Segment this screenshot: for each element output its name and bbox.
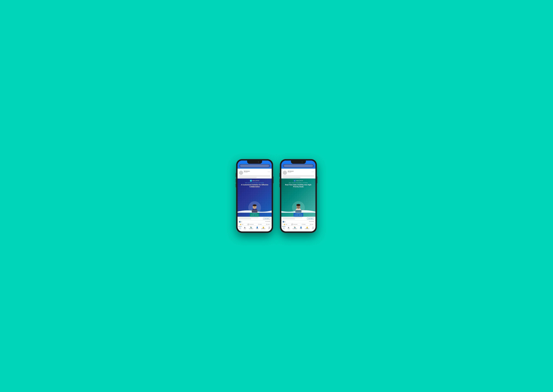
avatar-1 (239, 171, 243, 175)
notifications-label-2: Notifications (305, 228, 309, 229)
profile-icon-1: 👤 (256, 226, 258, 228)
svg-point-3 (254, 207, 254, 207)
svg-point-10 (297, 207, 300, 209)
text-line-2a (283, 175, 314, 176)
like-label-1: Like (242, 224, 244, 225)
promoted-text-2: Promoted (288, 172, 311, 173)
promoted-text-1: Promoted (244, 172, 267, 173)
marketplace-label-1: Marketplace (249, 228, 253, 229)
screen-1: 900 followers Promoted ··· (237, 161, 272, 231)
post-header-1: 900 followers Promoted ··· (237, 169, 272, 175)
like-label-2: Like (286, 224, 287, 225)
home-icon-1: ⌂ (239, 226, 240, 228)
search-bar-2[interactable] (283, 164, 314, 168)
nav-watch-1[interactable]: ▶ Watch (244, 226, 246, 229)
svg-point-2 (253, 204, 257, 206)
bottom-nav-2: ⌂ Home ▶ Watch 🏪 Marketplace 👤 Profile (281, 226, 316, 231)
ad-bg-1: dp DEALPATH REAL ESTATE INVESTMENT SOFTW… (237, 179, 272, 217)
text-line-1a (239, 175, 270, 176)
reaction-number-1: 25 (241, 221, 242, 222)
learn-more-row-1: Learn More (237, 217, 272, 221)
like-action-1[interactable]: 👍 Like (240, 224, 244, 225)
like-action-2[interactable]: 👍 Like (284, 224, 287, 225)
svg-point-9 (296, 204, 301, 206)
comment-action-1[interactable]: 💬 Comment (248, 224, 254, 225)
send-action-1[interactable]: ✈ Send (266, 224, 270, 225)
action-bar-2: 👍 Like 💬 Comment ↗ Share (281, 223, 316, 226)
phone-2: 900 followers Promoted ··· (280, 159, 317, 233)
svg-point-12 (299, 206, 299, 207)
svg-point-4 (255, 207, 255, 207)
share-action-1[interactable]: ↗ Share (258, 224, 262, 225)
text-line-2b (283, 177, 301, 178)
followers-text-1: 900 followers (244, 171, 267, 172)
reaction-count-2: 👍 25 (283, 221, 286, 223)
comment-icon-1: 💬 (248, 224, 249, 225)
learn-more-btn-1[interactable]: Learn More (263, 218, 270, 220)
watch-icon-1: ▶ (244, 226, 246, 228)
nav-notifications-1[interactable]: 🔔 Notifications (261, 226, 266, 229)
watch-label-1: Watch (244, 228, 246, 229)
share-action-2[interactable]: ↗ Share (302, 224, 305, 225)
reaction-number-2: 25 (285, 221, 286, 222)
search-placeholder-2 (284, 165, 313, 167)
marketplace-label-2: Marketplace (293, 228, 297, 229)
like-emoji-1: 👍 (239, 221, 241, 223)
reaction-count-1: 👍 25 (239, 221, 242, 223)
person-area-2 (281, 189, 316, 213)
learn-more-row-2: Learn More (281, 217, 316, 221)
profile-icon-2: 👤 (300, 226, 302, 228)
share-icon-2: ↗ (302, 224, 303, 225)
nav-marketplace-1[interactable]: 🏪 Marketplace (249, 226, 253, 229)
comment-label-1: Comment (250, 224, 254, 225)
person-svg-2 (293, 201, 304, 213)
nav-home-1[interactable]: ⌂ Home (239, 226, 241, 229)
nav-marketplace-2[interactable]: 🏪 Marketplace (293, 226, 297, 229)
watch-label-2: Watch (288, 228, 290, 229)
send-label-1: Send (267, 224, 270, 225)
nav-home-2[interactable]: ⌂ Home (283, 226, 285, 229)
share-label-1: Share (259, 224, 262, 225)
action-bar-1: 👍 Like 💬 Comment ↗ Share (237, 223, 272, 226)
search-bar-1[interactable] (239, 164, 270, 168)
post-card-2: 900 followers Promoted ··· (281, 169, 316, 226)
marketplace-icon-1: 🏪 (250, 226, 252, 228)
phone-1: 900 followers Promoted ··· (236, 159, 273, 233)
nav-profile-1[interactable]: 👤 Profile (256, 226, 258, 229)
post-more-1[interactable]: ··· (268, 171, 270, 173)
ad-image-1[interactable]: dp DEALPATH REAL ESTATE INVESTMENT SOFTW… (237, 179, 272, 217)
screen-2: 900 followers Promoted ··· (281, 161, 316, 231)
nav-menu-1[interactable]: ☰ Menu (268, 226, 270, 229)
phone-2-screen: 900 followers Promoted ··· (281, 161, 316, 231)
comment-label-2: Comment (293, 224, 297, 225)
bottom-nav-1: ⌂ Home ▶ Watch 🏪 Marketplace 👤 Profile (237, 226, 272, 231)
like-emoji-2: 👍 (283, 221, 284, 223)
send-icon-2: ✈ (310, 224, 311, 225)
learn-more-btn-2[interactable]: Learn More (307, 218, 314, 220)
notch-1 (247, 161, 262, 164)
phones-container: 900 followers Promoted ··· (236, 159, 317, 233)
send-action-2[interactable]: ✈ Send (310, 224, 313, 225)
menu-icon-1: ☰ (269, 226, 270, 228)
text-line-1b (239, 177, 257, 178)
feed-1: 900 followers Promoted ··· (237, 169, 272, 226)
comment-action-2[interactable]: 💬 Comment (291, 224, 297, 225)
nav-notifications-2[interactable]: 🔔 Notifications (305, 226, 309, 229)
post-more-2[interactable]: ··· (312, 171, 314, 173)
nav-menu-2[interactable]: ☰ Menu (312, 226, 314, 229)
send-label-2: Send (311, 224, 313, 225)
nav-watch-2[interactable]: ▶ Watch (288, 226, 290, 229)
ad-image-2[interactable]: dp DEALPATH REAL ESTATE INVESTMENT SOFTW… (281, 179, 316, 217)
nav-profile-2[interactable]: 👤 Profile (300, 226, 302, 229)
active-line-1 (238, 226, 242, 227)
reactions-row-2: 👍 25 8 comments (281, 221, 316, 223)
feed-2: 900 followers Promoted ··· (281, 169, 316, 226)
tl-2a (283, 217, 302, 218)
tl-1b (239, 218, 251, 219)
active-line-2 (282, 226, 286, 227)
share-icon-1: ↗ (258, 224, 259, 225)
post-header-2: 900 followers Promoted ··· (281, 169, 316, 175)
post-meta-1: 900 followers Promoted (244, 171, 267, 173)
notifications-icon-1: 🔔 (262, 226, 264, 228)
person-area-1 (237, 189, 272, 213)
